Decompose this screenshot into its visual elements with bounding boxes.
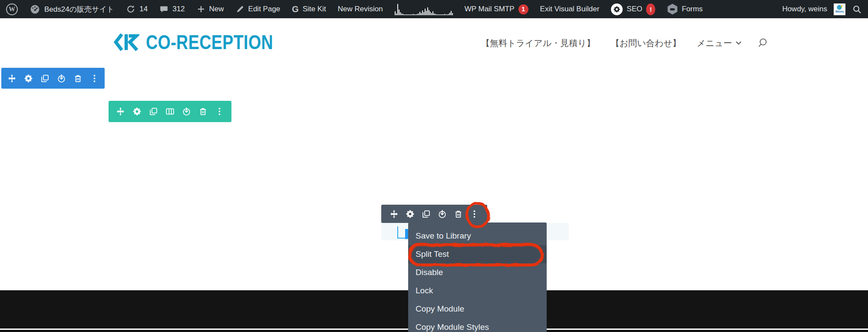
site-header: CO-RECEPTION 【無料トライアル・見積り】 【お問い合わせ】 メニュー xyxy=(0,18,868,68)
row-toolbar xyxy=(109,101,231,122)
user-avatar[interactable]: Weins xyxy=(834,3,845,15)
site-logo[interactable]: CO-RECEPTION xyxy=(113,30,305,54)
edit-page-label: Edit Page xyxy=(248,5,281,13)
module-outline-left xyxy=(397,226,398,239)
nav-item-contact-label: 【お問い合わせ】 xyxy=(611,37,681,49)
exit-visual-builder-button[interactable]: Exit Visual Builder xyxy=(540,5,600,13)
comments-bubble-icon xyxy=(159,5,168,14)
trash-icon[interactable] xyxy=(198,107,208,116)
wp-mail-smtp-label: WP Mail SMTP xyxy=(465,5,515,13)
save-to-library-icon[interactable] xyxy=(182,107,191,116)
more-options-kebab-icon[interactable] xyxy=(215,107,224,116)
save-to-library-icon[interactable] xyxy=(438,209,447,219)
section-toolbar xyxy=(1,68,105,89)
menu-item-disable[interactable]: Disable xyxy=(408,263,547,282)
dashboard-gauge-icon xyxy=(30,4,40,15)
move-icon[interactable] xyxy=(389,209,399,219)
header-search-button[interactable] xyxy=(757,38,768,48)
menu-item-copy-module-styles[interactable]: Copy Module Styles xyxy=(408,318,547,332)
forms-menu[interactable]: Forms xyxy=(667,4,703,15)
columns-icon[interactable] xyxy=(165,107,175,116)
nav-item-trial-label: 【無料トライアル・見積り】 xyxy=(481,37,595,49)
howdy-label: Howdy, weins xyxy=(782,5,827,13)
new-content-menu[interactable]: New xyxy=(197,5,224,13)
module-content-peek xyxy=(405,229,408,239)
module-options-menu: Save to Library Split Test Disable Lock … xyxy=(408,222,547,332)
seo-gear-icon xyxy=(611,3,623,15)
new-revision-menu[interactable]: New Revision xyxy=(338,5,383,13)
site-kit-menu[interactable]: G Site Kit xyxy=(292,4,326,14)
site-logo-text: CO-RECEPTION xyxy=(146,30,273,54)
seo-alert-badge: ! xyxy=(646,3,655,15)
nav-item-menu-label: メニュー xyxy=(697,37,732,49)
chevron-down-icon xyxy=(736,41,742,45)
move-icon[interactable] xyxy=(7,74,17,83)
site-kit-label: Site Kit xyxy=(303,5,326,13)
exit-visual-builder-label: Exit Visual Builder xyxy=(540,5,600,13)
menu-item-copy-module[interactable]: Copy Module xyxy=(408,300,547,318)
trash-icon[interactable] xyxy=(454,209,463,219)
updates-count: 14 xyxy=(139,5,148,13)
save-to-library-icon[interactable] xyxy=(57,74,66,83)
wp-mail-smtp-badge: 1 xyxy=(518,4,528,14)
nav-item-menu[interactable]: メニュー xyxy=(697,37,742,49)
module-toolbar xyxy=(381,205,487,223)
admin-bar-right: Howdy, weins Weins xyxy=(782,3,862,15)
stats-menu[interactable] xyxy=(395,3,453,15)
co-reception-logomark-icon xyxy=(113,33,139,52)
menu-item-save-to-library[interactable]: Save to Library xyxy=(408,227,547,245)
nav-item-trial[interactable]: 【無料トライアル・見積り】 xyxy=(481,37,595,49)
search-icon xyxy=(757,38,768,48)
forms-label: Forms xyxy=(682,5,703,13)
site-name-label: Beds24の販売サイト xyxy=(44,4,114,14)
updates-refresh-icon xyxy=(126,4,135,14)
seo-menu[interactable]: SEO ! xyxy=(611,3,655,15)
more-options-kebab-icon[interactable] xyxy=(470,209,479,219)
menu-item-lock[interactable]: Lock xyxy=(408,282,547,300)
site-name-menu[interactable]: Beds24の販売サイト xyxy=(30,4,114,15)
move-icon[interactable] xyxy=(116,107,125,116)
nav-item-contact[interactable]: 【お問い合わせ】 xyxy=(611,37,681,49)
more-options-kebab-icon[interactable] xyxy=(90,74,99,83)
duplicate-icon[interactable] xyxy=(149,107,158,116)
new-label: New xyxy=(209,5,224,13)
site-nav: 【無料トライアル・見積り】 【お問い合わせ】 メニュー xyxy=(481,18,768,68)
duplicate-icon[interactable] xyxy=(40,74,50,83)
google-g-icon: G xyxy=(292,4,299,14)
plus-icon xyxy=(197,5,205,13)
wp-admin-bar: W Beds24の販売サイト 14 xyxy=(0,0,868,18)
trash-icon[interactable] xyxy=(73,74,83,83)
settings-gear-icon[interactable] xyxy=(406,209,415,219)
comments-count: 312 xyxy=(172,5,185,13)
new-revision-label: New Revision xyxy=(338,5,383,13)
wp-logo-menu[interactable]: W xyxy=(6,3,18,15)
my-account-menu[interactable]: Howdy, weins xyxy=(782,5,827,13)
updates-menu[interactable]: 14 xyxy=(126,4,148,14)
avatar-word: Weins xyxy=(835,10,844,13)
wp-mail-smtp-menu[interactable]: WP Mail SMTP 1 xyxy=(465,4,528,14)
seo-label: SEO xyxy=(627,5,642,13)
menu-item-split-test[interactable]: Split Test xyxy=(408,245,547,263)
comments-menu[interactable]: 312 xyxy=(159,5,185,14)
pencil-icon xyxy=(236,5,244,13)
stats-sparkline-icon xyxy=(395,3,453,15)
settings-gear-icon[interactable] xyxy=(24,74,33,83)
forms-icon xyxy=(667,4,678,15)
wordpress-logo-icon: W xyxy=(6,3,18,15)
edit-page-menu[interactable]: Edit Page xyxy=(236,5,281,13)
page: W Beds24の販売サイト 14 xyxy=(0,0,868,332)
duplicate-icon[interactable] xyxy=(422,209,431,219)
settings-gear-icon[interactable] xyxy=(132,107,142,116)
admin-search-icon[interactable] xyxy=(852,4,862,14)
